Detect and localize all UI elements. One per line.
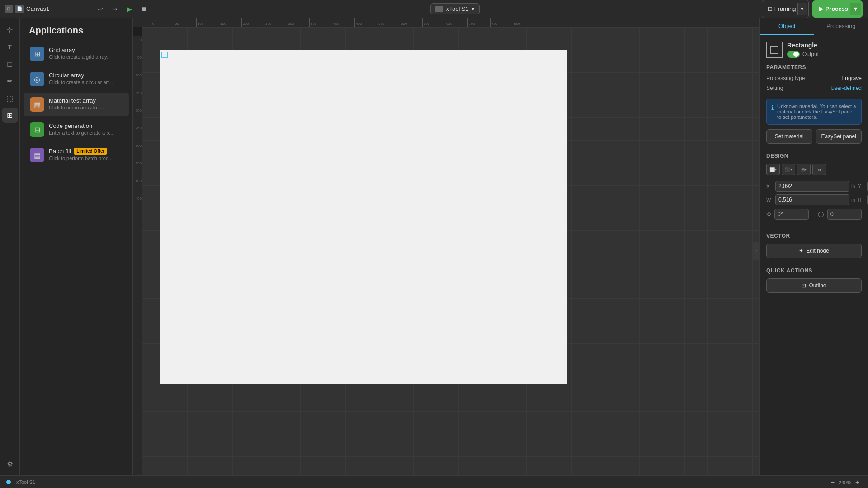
stop-button[interactable]: ⏹ bbox=[137, 3, 150, 15]
canvas-filename: Canvas1 bbox=[26, 5, 49, 12]
canvas-drawing-area[interactable] bbox=[142, 27, 760, 475]
output-toggle[interactable] bbox=[787, 51, 800, 58]
canvas-body: 0 50 100 150 200 250 300 350 400 450 bbox=[133, 27, 760, 475]
process-button[interactable]: ▶ Process ▾ bbox=[812, 0, 863, 18]
canvas-area: 0 50 100 150 200 250 300 350 400 450 500… bbox=[133, 18, 760, 475]
topbar-right: ⊡ Framing ▾ ▶ Process ▾ bbox=[756, 0, 868, 18]
corner-input[interactable] bbox=[827, 209, 862, 220]
y-coord-row: Y in bbox=[858, 181, 868, 192]
x-input[interactable] bbox=[775, 181, 849, 192]
h-label: H bbox=[858, 197, 865, 202]
vruler-mark: 100 bbox=[136, 73, 142, 77]
tab-object[interactable]: Object bbox=[760, 18, 814, 35]
zoom-in-button[interactable]: + bbox=[853, 478, 862, 487]
sidebar-icon-pen[interactable]: ✒ bbox=[2, 73, 18, 89]
ruler-mark: 200 bbox=[241, 18, 264, 27]
tab-processing[interactable]: Processing bbox=[814, 18, 868, 35]
sidebar-icon-text[interactable]: T bbox=[2, 39, 18, 54]
redo-button[interactable]: ↪ bbox=[108, 3, 121, 15]
sidebar-icon-move[interactable]: ⊹ bbox=[2, 22, 18, 37]
edit-node-button[interactable]: ✦ Edit node bbox=[766, 244, 862, 258]
framing-label: Framing bbox=[774, 5, 796, 12]
panel-collapse-arrow[interactable]: ‹ bbox=[753, 242, 760, 260]
framing-icon: ⊡ bbox=[768, 5, 773, 12]
grid-array-name: Grid array bbox=[49, 47, 123, 53]
ruler-mark: 50 bbox=[174, 18, 196, 27]
device-icon bbox=[435, 6, 443, 12]
zoom-out-button[interactable]: − bbox=[828, 478, 837, 487]
sidebar-icon-image[interactable]: ⬚ bbox=[2, 90, 18, 106]
action-buttons: Set material EasySet panel bbox=[766, 129, 862, 144]
sidebar-icon-apps[interactable]: ⊞ bbox=[2, 108, 18, 123]
ruler-mark: 750 bbox=[490, 18, 513, 27]
design-tools: ⬜▾ ⬛▾ ⊞▾ ⊌ bbox=[766, 164, 862, 175]
material-test-desc: Click to crean array to t... bbox=[49, 105, 123, 110]
right-panel-tabs: Object Processing bbox=[760, 18, 868, 35]
topbar-left: ⊡ 📄 Canvas1 bbox=[0, 5, 90, 13]
statusbar: xTool S1 − 240% + bbox=[0, 475, 868, 488]
topbar-actions: ↩ ↪ ▶ ⏹ bbox=[90, 3, 154, 15]
device-selector[interactable]: xTool S1 ▾ bbox=[430, 3, 480, 14]
text-align-tool[interactable]: ⊌ bbox=[812, 164, 826, 175]
ruler-mark: 700 bbox=[467, 18, 490, 27]
outline-label: Outline bbox=[809, 282, 826, 289]
setting-row: Setting User-defined bbox=[766, 85, 862, 91]
angle-row: ⟲ ◯ bbox=[766, 209, 862, 220]
process-label: Process bbox=[825, 5, 848, 12]
vruler-mark: 300 bbox=[136, 144, 142, 148]
grid-array-desc: Click to create a grid array. bbox=[49, 54, 123, 60]
x-coord-row: X in bbox=[766, 181, 855, 192]
outline-icon: ⊡ bbox=[802, 282, 806, 289]
set-material-button[interactable]: Set material bbox=[766, 129, 812, 144]
angle-input[interactable] bbox=[774, 209, 809, 220]
undo-button[interactable]: ↩ bbox=[94, 3, 107, 15]
sidebar-icon-shapes[interactable]: ◻ bbox=[2, 56, 18, 71]
object-header: Rectangle Output bbox=[766, 42, 862, 58]
info-icon: ℹ bbox=[771, 104, 774, 120]
w-unit: in bbox=[851, 197, 855, 202]
framing-button[interactable]: ⊡ Framing ▾ bbox=[762, 0, 809, 18]
ruler-mark: 100 bbox=[196, 18, 219, 27]
vruler-mark: 250 bbox=[136, 126, 142, 130]
output-row: Output bbox=[787, 51, 862, 58]
framing-dropdown-arrow[interactable]: ▾ bbox=[797, 3, 807, 15]
h-coord-row: H in 🔗 bbox=[858, 194, 868, 205]
design-section: Design ⬜▾ ⬛▾ ⊞▾ ⊌ X in bbox=[760, 148, 868, 228]
easyset-panel-button[interactable]: EasySet panel bbox=[816, 129, 862, 144]
app-item-batch-fill[interactable]: ▤ Batch fill Limited Offer Click to perf… bbox=[24, 143, 129, 167]
app-item-code-gen[interactable]: ⊟ Code generation Enter a text to genera… bbox=[24, 118, 129, 141]
app-item-circular-array[interactable]: ◎ Circular array Click to create a circu… bbox=[24, 67, 129, 91]
w-input[interactable] bbox=[775, 194, 849, 205]
object-name: Rectangle bbox=[787, 42, 862, 49]
object-section: Rectangle Output Parameters Processing t… bbox=[760, 35, 868, 99]
distribute-tool[interactable]: ⊞▾ bbox=[797, 164, 811, 175]
vector-title: Vector bbox=[766, 233, 862, 239]
ruler-mark: 450 bbox=[354, 18, 377, 27]
applications-title: Applications bbox=[20, 18, 132, 41]
ruler-mark: 800 bbox=[513, 18, 535, 27]
play-button[interactable]: ▶ bbox=[123, 3, 136, 15]
process-dropdown-arrow[interactable]: ▾ bbox=[850, 3, 861, 15]
outline-button[interactable]: ⊡ Outline bbox=[766, 278, 862, 293]
app-item-material-test[interactable]: ▦ Material test array Click to crean arr… bbox=[24, 93, 129, 116]
app-item-grid-array[interactable]: ⊞ Grid array Click to create a grid arra… bbox=[24, 42, 129, 66]
vruler-mark: 450 bbox=[136, 197, 142, 201]
selected-rectangle-shape[interactable] bbox=[161, 52, 168, 58]
info-text: Unknown material. You can select a mater… bbox=[777, 103, 857, 120]
sidebar-icon-settings[interactable]: ⚙ bbox=[2, 456, 18, 472]
code-gen-icon: ⊟ bbox=[30, 122, 44, 137]
vruler-mark: 50 bbox=[137, 56, 142, 60]
ruler-mark: 0 bbox=[151, 18, 174, 27]
code-gen-name: Code generation bbox=[49, 122, 123, 129]
batch-fill-icon: ▤ bbox=[30, 148, 44, 162]
canvas-workspace[interactable] bbox=[160, 50, 567, 384]
ruler-mark: 150 bbox=[219, 18, 241, 27]
align-left-tool[interactable]: ⬜▾ bbox=[766, 164, 780, 175]
align-center-tool[interactable]: ⬛▾ bbox=[782, 164, 795, 175]
edit-node-icon: ✦ bbox=[799, 248, 803, 254]
ruler-mark: 250 bbox=[264, 18, 287, 27]
circular-array-icon: ◎ bbox=[30, 72, 44, 86]
ruler-mark: 600 bbox=[422, 18, 445, 27]
processing-type-row: Processing type Engrave bbox=[766, 75, 862, 81]
design-title: Design bbox=[766, 153, 862, 159]
